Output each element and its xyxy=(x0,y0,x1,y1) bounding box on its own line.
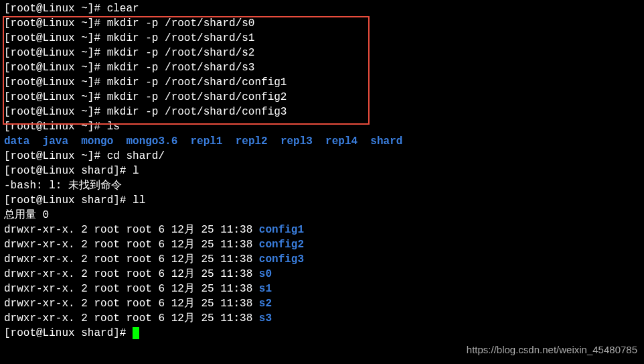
file-perms: drwxr-xr-x. 2 root root 6 12月 25 11:38 xyxy=(4,239,259,251)
ls-item: repl3 xyxy=(280,135,313,147)
file-perms: drwxr-xr-x. 2 root root 6 12月 25 11:38 xyxy=(4,253,259,265)
file-name: s0 xyxy=(259,268,272,280)
command-text: mkdir -p /root/shard/s1 xyxy=(107,32,255,44)
file-name: s3 xyxy=(259,312,272,324)
file-perms: drwxr-xr-x. 2 root root 6 12月 25 11:38 xyxy=(4,312,259,324)
ls-item: data xyxy=(4,135,29,147)
ll-row: drwxr-xr-x. 2 root root 6 12月 25 11:38 c… xyxy=(4,252,640,267)
prompt: [root@Linux ~]# xyxy=(4,47,107,59)
terminal-line: [root@Linux shard]# l xyxy=(4,164,640,178)
prompt: [root@Linux ~]# xyxy=(4,32,107,44)
command-text: clear xyxy=(107,3,139,15)
terminal-line: [root@Linux ~]# mkdir -p /root/shard/con… xyxy=(4,75,640,90)
command-text: mkdir -p /root/shard/s0 xyxy=(107,17,255,29)
file-name: config1 xyxy=(259,224,304,236)
terminal-line: [root@Linux ~]# cd shard/ xyxy=(4,149,640,164)
ls-output: data java mongo mongo3.6 repl1 repl2 rep… xyxy=(4,134,640,149)
terminal-line: [root@Linux ~]# mkdir -p /root/shard/con… xyxy=(4,90,640,105)
ls-item: shard xyxy=(370,135,402,147)
prompt: [root@Linux ~]# xyxy=(4,17,107,29)
watermark-text: https://blog.csdn.net/weixin_45480785 xyxy=(467,343,637,357)
file-perms: drwxr-xr-x. 2 root root 6 12月 25 11:38 xyxy=(4,283,259,295)
prompt: [root@Linux ~]# xyxy=(4,76,107,88)
ll-row: drwxr-xr-x. 2 root root 6 12月 25 11:38 s… xyxy=(4,311,640,326)
command-text: ll xyxy=(133,194,145,206)
prompt: [root@Linux shard]# xyxy=(4,194,133,206)
command-text: mkdir -p /root/shard/s3 xyxy=(107,62,255,74)
command-text: ls xyxy=(107,121,120,133)
ls-item: repl2 xyxy=(236,135,268,147)
ll-row: drwxr-xr-x. 2 root root 6 12月 25 11:38 s… xyxy=(4,267,640,282)
file-perms: drwxr-xr-x. 2 root root 6 12月 25 11:38 xyxy=(4,298,259,310)
file-perms: drwxr-xr-x. 2 root root 6 12月 25 11:38 xyxy=(4,224,259,236)
file-name: s1 xyxy=(259,283,272,295)
file-name: config2 xyxy=(259,239,304,251)
ls-item: repl4 xyxy=(325,135,357,147)
bash-error: -bash: l: 未找到命令 xyxy=(4,178,640,193)
command-text: cd shard/ xyxy=(107,150,165,162)
prompt: [root@Linux ~]# xyxy=(4,91,107,103)
terminal-line: [root@Linux ~]# mkdir -p /root/shard/s3 xyxy=(4,60,640,75)
terminal-line: [root@Linux ~]# mkdir -p /root/shard/con… xyxy=(4,105,640,119)
prompt: [root@Linux ~]# xyxy=(4,3,107,15)
command-text: mkdir -p /root/shard/config3 xyxy=(107,106,287,118)
terminal-line: [root@Linux ~]# mkdir -p /root/shard/s0 xyxy=(4,16,640,31)
cursor-icon xyxy=(133,327,139,339)
command-text: l xyxy=(133,165,139,177)
prompt: [root@Linux ~]# xyxy=(4,150,107,162)
terminal-line: [root@Linux shard]# ll xyxy=(4,193,640,208)
file-name: s2 xyxy=(259,298,272,310)
command-text: mkdir -p /root/shard/config2 xyxy=(107,91,287,103)
file-perms: drwxr-xr-x. 2 root root 6 12月 25 11:38 xyxy=(4,268,259,280)
prompt: [root@Linux shard]# xyxy=(4,327,133,339)
terminal-line: [root@Linux ~]# mkdir -p /root/shard/s1 xyxy=(4,31,640,46)
prompt: [root@Linux ~]# xyxy=(4,106,107,118)
ll-row: drwxr-xr-x. 2 root root 6 12月 25 11:38 s… xyxy=(4,296,640,311)
command-text: mkdir -p /root/shard/s2 xyxy=(107,47,255,59)
ls-item: repl1 xyxy=(190,135,222,147)
prompt: [root@Linux ~]# xyxy=(4,62,107,74)
ls-item: java xyxy=(43,135,68,147)
ls-item: mongo xyxy=(81,135,113,147)
file-name: config3 xyxy=(259,253,304,265)
prompt: [root@Linux shard]# xyxy=(4,165,133,177)
terminal-line: [root@Linux ~]# clear xyxy=(4,1,640,16)
ll-row: drwxr-xr-x. 2 root root 6 12月 25 11:38 c… xyxy=(4,223,640,237)
ll-row: drwxr-xr-x. 2 root root 6 12月 25 11:38 s… xyxy=(4,282,640,296)
command-text: mkdir -p /root/shard/config1 xyxy=(107,76,287,88)
terminal-line: [root@Linux ~]# mkdir -p /root/shard/s2 xyxy=(4,46,640,60)
prompt: [root@Linux ~]# xyxy=(4,121,107,133)
ll-row: drwxr-xr-x. 2 root root 6 12月 25 11:38 c… xyxy=(4,237,640,252)
ll-header: 总用量 0 xyxy=(4,208,640,223)
ls-item: mongo3.6 xyxy=(126,135,177,147)
terminal-line-active[interactable]: [root@Linux shard]# xyxy=(4,326,640,341)
terminal-line: [root@Linux ~]# ls xyxy=(4,119,640,134)
